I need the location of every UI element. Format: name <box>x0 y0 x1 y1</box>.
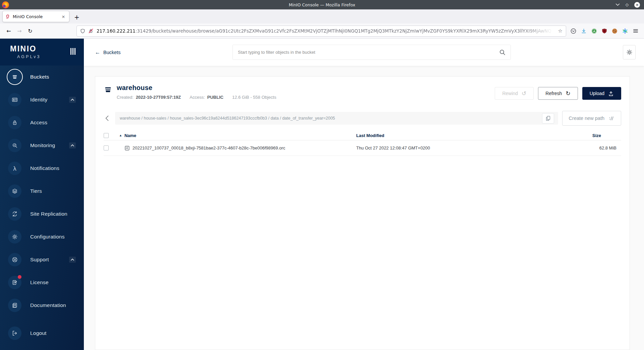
table-row[interactable]: 20221027_100737_00018_b8xji-7581bae2-377… <box>104 140 621 156</box>
rewind-button[interactable]: Rewind ↺ <box>495 87 534 100</box>
created-value: 2022-10-27T09:57:19Z <box>136 95 181 100</box>
notification-badge <box>18 275 21 279</box>
window-title: MinIO Console — Mozilla Firefox <box>0 2 644 7</box>
page-header: ← Buckets <box>84 39 644 66</box>
documentation-pages-icon <box>8 299 21 312</box>
back-button[interactable]: ← <box>3 26 14 36</box>
sidebar-item-label: Access <box>30 120 47 126</box>
sidebar-item-access[interactable]: Access <box>0 111 84 134</box>
refresh-button-label: Refresh <box>545 91 562 96</box>
object-size: 62.8 MiB <box>557 145 621 150</box>
identity-card-icon <box>8 93 21 106</box>
sidebar-item-notifications[interactable]: λ Notifications <box>0 157 84 180</box>
minio-favicon-icon <box>5 14 10 19</box>
sidebar-item-label: Buckets <box>30 74 49 80</box>
bucket-meta: Created: 2022-10-27T09:57:19Z Access: PU… <box>117 95 276 100</box>
cookie-extension-icon[interactable] <box>612 28 618 34</box>
bucket-usage: 12.6 GiB - 558 Objects <box>232 95 276 100</box>
sidebar-item-tiers[interactable]: Tiers <box>0 180 84 203</box>
sidebar-item-label: Notifications <box>30 165 59 171</box>
window-close-icon[interactable]: × <box>634 2 640 8</box>
tab-title: MinIO Console <box>13 14 60 19</box>
shield-icon[interactable] <box>80 29 85 34</box>
column-header-last-modified[interactable]: Last Modified <box>356 133 557 138</box>
sidebar-item-label: License <box>30 279 49 286</box>
layers-icon <box>8 184 21 198</box>
url-path: :31429/buckets/warehouse/browse/aG91c2Ut… <box>136 28 551 34</box>
pocket-icon[interactable] <box>571 28 576 34</box>
sidebar-item-logout[interactable]: Logout <box>0 322 84 345</box>
sidebar-item-label: Logout <box>30 330 47 336</box>
insecure-lock-icon[interactable] <box>88 28 94 34</box>
path-toolbar: warehouse / house-sales / house_sales-3e… <box>104 111 621 126</box>
window-minimize-icon[interactable] <box>615 3 620 6</box>
url-host: 217.160.222.211 <box>97 28 136 34</box>
sort-ascending-icon[interactable]: ▲ <box>119 134 122 137</box>
life-ring-icon <box>8 253 21 266</box>
create-new-path-button[interactable]: Create new path <box>562 111 621 126</box>
upload-button[interactable]: Upload <box>582 87 621 100</box>
sidebar-item-monitoring[interactable]: Monitoring <box>0 134 84 157</box>
sidebar-item-label: Site Replication <box>30 211 67 217</box>
file-icon <box>124 145 130 151</box>
column-header-size[interactable]: Size <box>557 133 621 138</box>
ublock-shield-icon[interactable] <box>602 28 607 34</box>
refresh-icon: ↻ <box>566 91 570 96</box>
settings-gear-button[interactable] <box>623 45 636 59</box>
copy-path-button[interactable] <box>542 113 554 124</box>
sidebar-item-site-replication[interactable]: Site Replication <box>0 203 84 225</box>
table-header-row: ▲ Name Last Modified Size <box>104 131 621 140</box>
sidebar: MINIO AGPLv3 Buckets Identity <box>0 39 84 350</box>
downloads-icon[interactable] <box>581 28 587 34</box>
logout-icon <box>8 326 21 340</box>
access-label: Access: <box>190 95 205 100</box>
gear-icon <box>8 230 21 244</box>
sidebar-item-configurations[interactable]: Configurations <box>0 225 84 248</box>
search-icon <box>499 49 505 55</box>
chevron-up-icon[interactable] <box>69 97 76 103</box>
tab-close-icon[interactable]: × <box>60 14 67 19</box>
sidebar-logo-area: MINIO AGPLv3 <box>0 39 84 65</box>
chevron-up-icon[interactable] <box>69 257 76 263</box>
back-arrow-icon: ← <box>95 49 100 55</box>
row-checkbox[interactable] <box>104 145 109 150</box>
rewind-button-label: Rewind <box>502 91 518 96</box>
bucket-icon <box>8 70 21 84</box>
new-path-icon <box>608 115 614 122</box>
url-text: 217.160.222.211:31429/buckets/warehouse/… <box>97 28 555 34</box>
sidebar-item-label: Monitoring <box>30 142 55 148</box>
new-tab-button[interactable]: + <box>74 14 79 20</box>
reload-button[interactable]: ↻ <box>25 26 36 36</box>
sidebar-item-identity[interactable]: Identity <box>0 88 84 111</box>
path-back-chevron-icon[interactable] <box>104 115 111 122</box>
column-header-name[interactable]: Name <box>124 133 136 138</box>
tab-minio-console[interactable]: MinIO Console × <box>2 11 69 22</box>
sidebar-item-buckets[interactable]: Buckets <box>0 65 84 88</box>
bookmark-star-icon[interactable]: ☆ <box>558 28 562 34</box>
breadcrumb: warehouse / house-sales / house_sales-3e… <box>120 116 542 121</box>
bucket-icon <box>104 85 112 94</box>
url-bar[interactable]: 217.160.222.211:31429/buckets/warehouse/… <box>76 26 566 37</box>
lambda-icon: λ <box>8 162 21 175</box>
select-all-checkbox[interactable] <box>104 133 109 138</box>
refresh-button[interactable]: Refresh ↻ <box>538 87 578 100</box>
sidebar-collapse-icon[interactable] <box>70 48 76 55</box>
chevron-up-icon[interactable] <box>69 142 76 148</box>
sidebar-item-documentation[interactable]: Documentation <box>0 294 84 317</box>
back-to-buckets-link[interactable]: ← Buckets <box>95 49 121 55</box>
bucket-header: warehouse Created: 2022-10-27T09:57:19Z … <box>104 84 621 100</box>
created-label: Created: <box>117 95 133 100</box>
access-value: PUBLIC <box>207 95 223 100</box>
forward-button[interactable]: → <box>14 26 25 36</box>
sidebar-menu: Buckets Identity Access <box>0 65 84 345</box>
sidebar-item-support[interactable]: Support <box>0 248 84 271</box>
menu-hamburger-icon[interactable] <box>633 28 639 34</box>
extension-green-icon[interactable] <box>591 28 597 34</box>
sidebar-item-label: Documentation <box>30 302 66 308</box>
search-input[interactable] <box>238 50 499 55</box>
window-titlebar: MinIO Console — Mozilla Firefox ◇ × <box>0 0 644 9</box>
sidebar-item-license[interactable]: License <box>0 271 84 294</box>
window-maximize-icon[interactable]: ◇ <box>626 2 629 7</box>
asterisk-extension-icon[interactable] <box>622 28 628 34</box>
objects-table: ▲ Name Last Modified Size 20221027_10073 <box>104 131 621 156</box>
